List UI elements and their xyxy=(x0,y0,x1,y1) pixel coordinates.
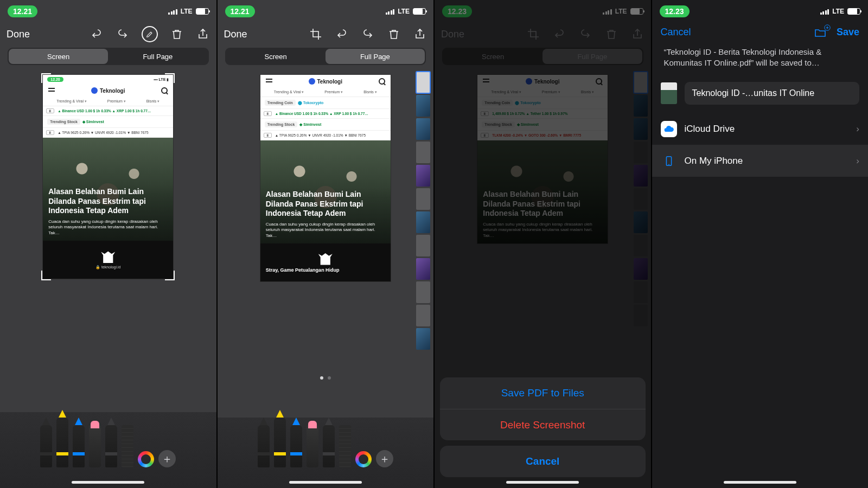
eraser-tool[interactable] xyxy=(89,425,101,467)
save-pdf-to-files-button[interactable]: Save PDF to Files xyxy=(440,377,646,409)
location-on-my-iphone[interactable]: On My iPhone › xyxy=(652,145,869,177)
page-thumb[interactable] xyxy=(416,235,430,256)
screen-fullpage-segmented[interactable]: Screen Full Page xyxy=(225,48,426,65)
segment-full-page[interactable]: Full Page xyxy=(108,49,207,64)
page-thumb[interactable] xyxy=(416,281,430,303)
markup-toolbar: Done xyxy=(218,21,434,48)
chevron-right-icon: › xyxy=(856,156,859,166)
phone-2-fullpage-mode: 12.21 LTE Done Screen Full Page Teknolog… xyxy=(216,0,434,488)
undo-icon[interactable] xyxy=(335,27,349,41)
time-pill[interactable]: 12.21 xyxy=(225,5,255,17)
ruler-tool[interactable] xyxy=(122,425,133,467)
segment-screen[interactable]: Screen xyxy=(226,49,326,64)
article-hero: Alasan Belahan Bumi Lain Dilanda Panas E… xyxy=(43,138,173,241)
undo-icon[interactable] xyxy=(90,27,104,41)
page-thumb[interactable] xyxy=(416,211,430,233)
crop-handle-icon[interactable] xyxy=(165,73,175,83)
markup-pen-icon[interactable] xyxy=(142,26,158,42)
home-indicator[interactable] xyxy=(289,481,362,484)
screenshot-canvas[interactable]: 12.20••• LTE ▮ Teknologi Trending & Vira… xyxy=(0,70,216,374)
save-button[interactable]: Save xyxy=(837,27,859,38)
delete-screenshot-button[interactable]: Delete Screenshot xyxy=(440,409,646,440)
time-pill[interactable]: 12.23 xyxy=(660,5,690,17)
page-thumb[interactable] xyxy=(416,258,430,280)
screenshot-preview[interactable]: 12.20••• LTE ▮ Teknologi Trending & Vira… xyxy=(43,75,173,279)
screen-fullpage-segmented[interactable]: Screen Full Page xyxy=(8,48,209,65)
page-url: 🔒 teknologi.id xyxy=(95,265,120,269)
color-picker-button[interactable] xyxy=(138,451,154,467)
segment-full-page[interactable]: Full Page xyxy=(326,49,425,64)
chevron-right-icon: › xyxy=(856,124,859,134)
done-button[interactable]: Done xyxy=(224,29,247,40)
phone-1-screen-mode: 12.21 LTE Done Screen Full Page xyxy=(0,0,216,488)
color-picker-button[interactable] xyxy=(355,451,372,467)
signal-bars-icon xyxy=(820,8,829,15)
location-icloud-drive[interactable]: iCloud Drive › xyxy=(652,113,869,145)
home-indicator[interactable] xyxy=(506,481,579,484)
home-indicator[interactable] xyxy=(72,481,144,484)
iphone-icon xyxy=(661,153,677,169)
lasso-tool[interactable] xyxy=(105,425,117,467)
redo-icon[interactable] xyxy=(361,27,375,41)
trash-icon[interactable] xyxy=(170,27,184,41)
segment-screen[interactable]: Screen xyxy=(9,49,108,64)
page-thumb[interactable] xyxy=(416,72,430,93)
cancel-button[interactable]: Cancel xyxy=(661,27,691,38)
markup-tool-tray: ＋ xyxy=(0,412,216,488)
markup-tool-tray: ＋ xyxy=(218,418,434,488)
page-thumb[interactable] xyxy=(416,165,430,187)
trash-icon[interactable] xyxy=(387,27,401,41)
ruler-tool[interactable] xyxy=(339,425,351,467)
page-thumb[interactable] xyxy=(416,95,430,117)
add-button[interactable]: ＋ xyxy=(158,450,176,467)
crop-icon[interactable] xyxy=(309,27,323,41)
page-thumb[interactable] xyxy=(416,118,430,140)
phone-4-save-to-files: 12.23 LTE Cancel Save “Teknologi ID - Be… xyxy=(651,0,869,488)
page-thumbnail-rail[interactable] xyxy=(416,70,430,374)
cat-icon xyxy=(101,250,115,263)
page-thumb[interactable] xyxy=(416,328,430,350)
page-thumb[interactable] xyxy=(416,142,430,163)
home-indicator[interactable] xyxy=(724,481,796,484)
hamburger-icon xyxy=(48,88,55,93)
article-sub: Cuaca dan suhu yang cukup dingin kerap d… xyxy=(48,219,168,236)
pencil-tool[interactable] xyxy=(73,425,85,467)
lasso-tool[interactable] xyxy=(323,425,335,467)
signal-bars-icon xyxy=(168,8,177,15)
redo-icon[interactable] xyxy=(116,27,130,41)
crop-handle-icon[interactable] xyxy=(41,271,51,280)
screenshot-canvas[interactable]: Teknologi Trending & ViralPremiumBisnis … xyxy=(218,70,434,374)
screenshot-preview[interactable]: Teknologi Trending & ViralPremiumBisnis … xyxy=(260,75,391,281)
new-folder-icon[interactable] xyxy=(814,26,829,38)
icloud-icon xyxy=(661,121,677,137)
share-icon[interactable] xyxy=(196,27,210,41)
battery-icon xyxy=(196,8,209,15)
pen-tool[interactable] xyxy=(258,425,270,467)
search-icon xyxy=(161,87,168,94)
cat-icon xyxy=(318,252,333,265)
highlighter-tool[interactable] xyxy=(56,418,68,467)
crop-handle-icon[interactable] xyxy=(165,271,175,280)
file-header: Teknologi ID -…unitas IT Online xyxy=(652,76,869,113)
page-dots xyxy=(218,376,434,380)
markup-toolbar: Done xyxy=(0,21,216,48)
file-thumbnail-icon xyxy=(661,82,677,104)
pencil-tool[interactable] xyxy=(290,425,302,467)
crop-handle-icon[interactable] xyxy=(41,73,51,83)
share-icon[interactable] xyxy=(413,27,427,41)
article-headline: Alasan Belahan Bumi Lain Dilanda Panas E… xyxy=(48,187,168,216)
locations-list: iCloud Drive › On My iPhone › xyxy=(652,113,869,177)
files-nav-bar: Cancel Save xyxy=(652,21,869,43)
pen-tool[interactable] xyxy=(40,425,52,467)
highlighter-tool[interactable] xyxy=(274,418,286,467)
hamburger-icon xyxy=(266,79,272,84)
add-button[interactable]: ＋ xyxy=(376,450,393,467)
page-thumb[interactable] xyxy=(416,305,430,326)
filename-field[interactable]: Teknologi ID -…unitas IT Online xyxy=(685,82,860,105)
cancel-button[interactable]: Cancel xyxy=(440,446,646,477)
done-action-sheet: Save PDF to Files Delete Screenshot Canc… xyxy=(440,377,646,483)
eraser-tool[interactable] xyxy=(307,425,318,467)
page-thumb[interactable] xyxy=(416,188,430,210)
done-button[interactable]: Done xyxy=(7,29,30,40)
time-pill[interactable]: 12.21 xyxy=(8,5,37,17)
